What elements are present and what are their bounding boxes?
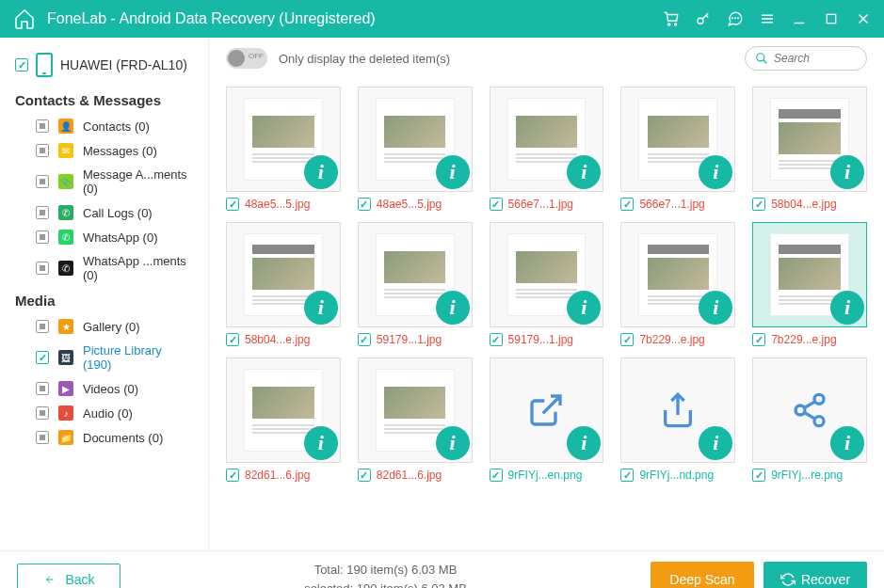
info-badge-icon[interactable]: i <box>567 426 601 460</box>
sidebar-item-audio[interactable]: ♪Audio (0) <box>0 401 208 425</box>
thumb-checkbox[interactable] <box>358 333 371 346</box>
back-button[interactable]: Back <box>17 564 121 589</box>
thumb-checkbox[interactable] <box>620 333 634 346</box>
info-badge-icon[interactable]: i <box>436 291 470 325</box>
thumb-item[interactable]: i9rFIYj...re.png <box>752 358 867 482</box>
deleted-toggle[interactable]: OFF <box>226 48 267 69</box>
thumb-item[interactable]: i566e7...1.jpg <box>620 87 735 211</box>
thumb[interactable]: i <box>358 222 473 327</box>
checkbox[interactable] <box>36 175 49 188</box>
thumb-item[interactable]: i48ae5...5.jpg <box>358 87 473 211</box>
thumb[interactable]: i <box>490 87 604 192</box>
checkbox[interactable] <box>36 230 49 244</box>
thumb-item[interactable]: i9rFIYj...nd.png <box>620 358 735 482</box>
thumb[interactable]: i <box>226 87 341 192</box>
info-badge-icon[interactable]: i <box>436 426 470 460</box>
sidebar-item-videos[interactable]: ▶Videos (0) <box>0 376 208 401</box>
checkbox[interactable] <box>36 320 49 333</box>
thumb-checkbox[interactable] <box>226 469 239 482</box>
search-box[interactable] <box>745 46 867 71</box>
thumb[interactable]: i <box>226 222 341 327</box>
checkbox[interactable] <box>36 351 49 364</box>
sidebar-item-calllogs[interactable]: ✆Call Logs (0) <box>0 200 208 225</box>
thumb-checkbox[interactable] <box>226 333 239 346</box>
info-badge-icon[interactable]: i <box>699 155 732 189</box>
thumb-checkbox[interactable] <box>752 469 765 482</box>
thumb[interactable]: i <box>752 358 867 463</box>
sidebar-item-whatsapp-attach[interactable]: ✆WhatsApp ...ments (0) <box>0 249 208 287</box>
thumb[interactable]: i <box>358 358 473 463</box>
thumb-checkbox[interactable] <box>752 333 765 346</box>
checkbox[interactable] <box>36 144 49 157</box>
thumb-checkbox[interactable] <box>358 198 371 211</box>
info-badge-icon[interactable]: i <box>699 426 732 460</box>
info-badge-icon[interactable]: i <box>567 155 601 189</box>
thumb-item[interactable]: i82d61...6.jpg <box>358 358 473 482</box>
info-badge-icon[interactable]: i <box>304 426 338 460</box>
thumb[interactable]: i <box>752 222 867 327</box>
thumb-item[interactable]: i59179...1.jpg <box>358 222 473 346</box>
info-badge-icon[interactable]: i <box>304 291 338 325</box>
thumb[interactable]: i <box>620 222 735 327</box>
device-row[interactable]: HUAWEI (FRD-AL10) <box>0 49 208 87</box>
checkbox[interactable] <box>36 119 49 133</box>
thumb-checkbox[interactable] <box>358 469 371 482</box>
sidebar-item-documents[interactable]: 📁Documents (0) <box>0 425 208 450</box>
thumb-checkbox[interactable] <box>490 469 503 482</box>
deep-scan-button[interactable]: Deep Scan <box>651 562 754 589</box>
thumb-checkbox[interactable] <box>620 198 634 211</box>
key-icon[interactable] <box>694 9 713 28</box>
thumb-item[interactable]: i9rFIYj...en.png <box>490 358 604 482</box>
chat-icon[interactable] <box>726 9 745 28</box>
thumb-item[interactable]: i48ae5...5.jpg <box>226 87 341 211</box>
menu-icon[interactable] <box>758 9 777 28</box>
content: OFF Only display the deleted item(s) i48… <box>209 38 884 550</box>
minimize-icon[interactable] <box>790 9 809 28</box>
info-badge-icon[interactable]: i <box>830 291 864 325</box>
thumb-checkbox[interactable] <box>226 198 239 211</box>
thumb-checkbox[interactable] <box>752 198 765 211</box>
info-badge-icon[interactable]: i <box>830 155 864 189</box>
sidebar-item-whatsapp[interactable]: ✆WhatsApp (0) <box>0 225 208 249</box>
checkbox[interactable] <box>36 382 49 395</box>
thumb[interactable]: i <box>620 358 735 463</box>
sidebar-item-messages[interactable]: ✉Messages (0) <box>0 138 208 163</box>
checkbox[interactable] <box>36 262 49 275</box>
thumb[interactable]: i <box>490 358 604 463</box>
sidebar-item-contacts[interactable]: 👤Contacts (0) <box>0 114 208 138</box>
device-checkbox[interactable] <box>15 58 28 72</box>
checkbox[interactable] <box>36 406 49 420</box>
thumb[interactable]: i <box>620 87 735 192</box>
thumb-item[interactable]: i58b04...e.jpg <box>752 87 867 211</box>
thumb-checkbox[interactable] <box>490 333 503 346</box>
thumb-item[interactable]: i7b229...e.jpg <box>620 222 735 346</box>
close-icon[interactable] <box>854 9 873 28</box>
sidebar-item-gallery[interactable]: ★Gallery (0) <box>0 314 208 339</box>
thumb-checkbox[interactable] <box>490 198 503 211</box>
sidebar-item-msg-attach[interactable]: 📎Message A...ments (0) <box>0 163 208 200</box>
thumb-item[interactable]: i82d61...6.jpg <box>226 358 341 482</box>
thumb-filename: 566e7...1.jpg <box>639 198 704 211</box>
checkbox[interactable] <box>36 206 49 219</box>
recover-button[interactable]: Recover <box>763 562 867 589</box>
checkbox[interactable] <box>36 431 49 444</box>
maximize-icon[interactable] <box>822 9 841 28</box>
thumb-checkbox[interactable] <box>620 469 634 482</box>
thumb[interactable]: i <box>752 87 867 192</box>
info-badge-icon[interactable]: i <box>436 155 470 189</box>
home-icon[interactable] <box>11 6 38 32</box>
thumb-item[interactable]: i566e7...1.jpg <box>490 87 604 211</box>
info-badge-icon[interactable]: i <box>304 155 338 189</box>
info-badge-icon[interactable]: i <box>567 291 601 325</box>
search-input[interactable] <box>774 52 849 65</box>
thumb-item[interactable]: i59179...1.jpg <box>490 222 604 346</box>
cart-icon[interactable] <box>662 9 681 28</box>
thumb-item[interactable]: i7b229...e.jpg <box>752 222 867 346</box>
thumb[interactable]: i <box>226 358 341 463</box>
thumb-item[interactable]: i58b04...e.jpg <box>226 222 341 346</box>
info-badge-icon[interactable]: i <box>699 291 732 325</box>
thumb[interactable]: i <box>490 222 604 327</box>
sidebar-item-picture-library[interactable]: 🖼Picture Library (190) <box>0 339 208 376</box>
info-badge-icon[interactable]: i <box>830 426 864 460</box>
thumb[interactable]: i <box>358 87 473 192</box>
